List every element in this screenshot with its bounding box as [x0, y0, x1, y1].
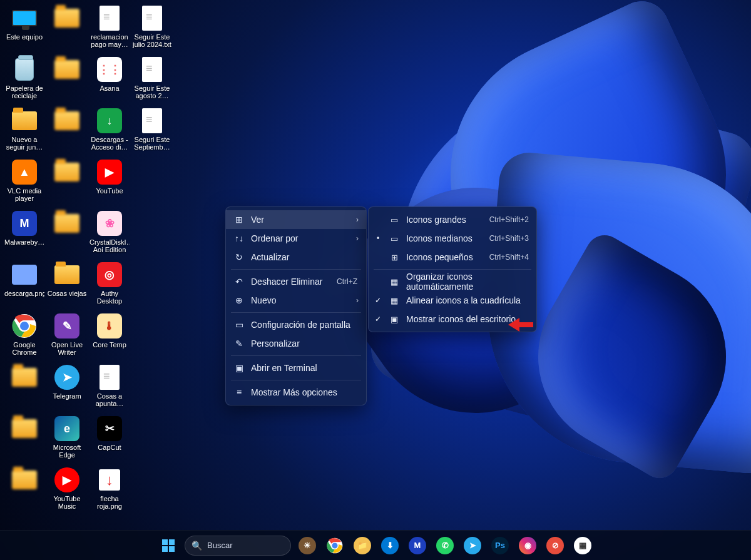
- icon-label: Malwareby…: [4, 238, 44, 246]
- icon-label: Open Live Writer: [47, 341, 87, 356]
- chevron-right-icon: ›: [356, 234, 359, 243]
- chrome-icon: [327, 537, 343, 554]
- desktop-icon-asana[interactable]: ⋮⋮Asana: [89, 55, 130, 105]
- icon-label: YouTube Music: [47, 495, 87, 510]
- chevron-right-icon: ›: [356, 296, 359, 305]
- icon-label: CapCut: [98, 444, 121, 451]
- submenu-item-iconos-grandes[interactable]: ▭Iconos grandesCtrl+Shift+2: [369, 210, 536, 229]
- taskbar-app-store[interactable]: ⬇: [377, 533, 402, 558]
- desktop-icon-descargas[interactable]: ↓Descargas - Acceso di…: [89, 106, 130, 156]
- desktop-icon[interactable]: [46, 209, 88, 259]
- icon-label: VLC media player: [4, 187, 44, 202]
- icon-label: Descargas - Acceso di…: [89, 136, 130, 151]
- desktop-icon-edge[interactable]: eMicrosoft Edge: [46, 414, 88, 464]
- config-pantalla-icon: ▭: [233, 320, 245, 330]
- menu-item-ver[interactable]: ⊞Ver›: [226, 210, 366, 229]
- desktop-icon-core-temp[interactable]: 🌡Core Temp: [89, 312, 130, 362]
- taskbar-app-unknown[interactable]: ▦: [570, 533, 595, 558]
- taskbar-app-telegram[interactable]: ➤: [460, 533, 485, 558]
- menu-item-mas-opciones[interactable]: ≡Mostrar Más opciones: [226, 383, 366, 402]
- desktop-icon-este-equipo[interactable]: Este equipo: [4, 4, 45, 54]
- mas-opciones-icon: ≡: [233, 387, 245, 397]
- desktop-icon-reclamacion-pago[interactable]: reclamacion pago may…: [89, 4, 130, 54]
- desktop-icon-telegram[interactable]: ➤Telegram: [46, 363, 88, 413]
- taskbar-app-explorer[interactable]: 📁: [350, 533, 375, 558]
- desktop-icon-papelera[interactable]: Papelera de reciclaje: [4, 55, 45, 105]
- submenu-item-iconos-medianos[interactable]: •▭Iconos medianosCtrl+Shift+3: [369, 229, 536, 248]
- taskbar-search[interactable]: 🔍 Buscar: [185, 536, 291, 556]
- desktop-icon[interactable]: [4, 414, 45, 464]
- icon-label: Google Chrome: [4, 341, 44, 356]
- icon-label: flecha roja.png: [89, 495, 130, 510]
- desktop-icon[interactable]: [46, 4, 88, 54]
- desktop-icon[interactable]: [4, 466, 45, 516]
- taskbar-app-malwarebytes[interactable]: M: [405, 533, 430, 558]
- desktop-icon[interactable]: [46, 106, 88, 156]
- desktop-icon-seguir-sept[interactable]: Seguri Este Septiemb…: [131, 106, 173, 156]
- actualizar-icon: ↻: [233, 252, 245, 262]
- desktop-icon-vlc[interactable]: ▲VLC media player: [4, 158, 45, 208]
- weather-icon: ☀: [299, 537, 316, 554]
- iconos-pequenos-icon: ⊞: [389, 253, 400, 262]
- icon-label: Asana: [100, 84, 119, 92]
- desktop-icon-malwarebytes[interactable]: MMalwareby…: [4, 209, 45, 259]
- check-indicator: ✓: [374, 296, 382, 305]
- desktop-icon-youtube[interactable]: ▶YouTube: [89, 158, 130, 208]
- organizar-auto-icon: ▦: [389, 277, 400, 287]
- taskbar-app-distraction[interactable]: ⊘: [543, 533, 568, 558]
- menu-item-deshacer[interactable]: ↶Deshacer EliminarCtrl+Z: [226, 272, 366, 291]
- desktop-icon-cosas-viejas[interactable]: Cosas viejas: [46, 260, 88, 310]
- personalizar-icon: ✎: [233, 339, 245, 349]
- iconos-medianos-icon: ▭: [389, 234, 400, 243]
- desktop-icon-capcut[interactable]: ✂CapCut: [89, 414, 130, 464]
- taskbar-app-whatsapp[interactable]: ✆: [432, 533, 457, 558]
- desktop-icon[interactable]: [4, 363, 45, 413]
- menu-item-label: Configuración de pantalla: [251, 320, 359, 330]
- ordenar-por-icon: ↑↓: [233, 233, 245, 243]
- submenu-item-organizar-auto[interactable]: ▦Organizar iconos automáticamente: [369, 272, 536, 291]
- desktop-icon-nuevo-seguir[interactable]: Nuevo a seguir jun…: [4, 106, 45, 156]
- malwarebytes-icon: M: [409, 537, 426, 554]
- desktop-icon-seguir-agosto[interactable]: Seguir Este agosto 2…: [131, 55, 173, 105]
- desktop-icon-chrome[interactable]: Google Chrome: [4, 312, 45, 362]
- desktop-icon-seguir-julio[interactable]: Seguir Este julio 2024.txt: [131, 4, 173, 54]
- desktop-icon-authy[interactable]: ◎Authy Desktop: [89, 260, 130, 310]
- desktop-icon-crystaldisk[interactable]: ❀CrystalDiskI… Aoi Edition: [89, 209, 130, 259]
- submenu-item-label: Mostrar iconos del escritorio: [406, 314, 529, 324]
- submenu-item-shortcut: Ctrl+Shift+3: [489, 234, 529, 243]
- desktop-icon-descarga-png[interactable]: descarga.png: [4, 260, 45, 310]
- icon-label: Cosas viejas: [48, 290, 86, 297]
- desktop-icon[interactable]: [46, 55, 88, 105]
- context-submenu-ver: ▭Iconos grandesCtrl+Shift+2•▭Iconos medi…: [368, 206, 537, 332]
- icon-label: CrystalDiskI… Aoi Edition: [89, 238, 130, 253]
- search-icon: 🔍: [192, 541, 202, 551]
- menu-item-abrir-terminal[interactable]: ▣Abrir en Terminal: [226, 359, 366, 377]
- menu-item-ordenar-por[interactable]: ↑↓Ordenar por›: [226, 229, 366, 248]
- taskbar-app-chrome[interactable]: [322, 533, 347, 558]
- submenu-item-shortcut: Ctrl+Shift+4: [489, 253, 529, 262]
- submenu-item-label: Alinear iconos a la cuadrícula: [406, 295, 529, 305]
- submenu-item-iconos-pequenos[interactable]: ⊞Iconos pequeñosCtrl+Shift+4: [369, 248, 536, 267]
- menu-item-actualizar[interactable]: ↻Actualizar: [226, 248, 366, 267]
- icon-label: Seguir Este julio 2024.txt: [132, 33, 172, 48]
- submenu-item-mostrar-iconos[interactable]: ✓▣Mostrar iconos del escritorio: [369, 310, 536, 328]
- windows-logo-icon: [162, 539, 175, 552]
- menu-item-nuevo[interactable]: ⊕Nuevo›: [226, 291, 366, 310]
- icon-label: descarga.png: [4, 290, 44, 297]
- abrir-terminal-icon: ▣: [233, 363, 245, 373]
- deshacer-icon: ↶: [233, 277, 245, 287]
- submenu-item-alinear-cuadricula[interactable]: ✓▦Alinear iconos a la cuadrícula: [369, 291, 536, 310]
- desktop-icon-open-live-writer[interactable]: ✎Open Live Writer: [46, 312, 88, 362]
- check-indicator: •: [374, 234, 382, 243]
- desktop-icon-flecha-roja[interactable]: ↓flecha roja.png: [89, 466, 130, 516]
- taskbar-app-instagram[interactable]: ◉: [515, 533, 540, 558]
- menu-item-personalizar[interactable]: ✎Personalizar: [226, 334, 366, 353]
- taskbar-app-photoshop[interactable]: Ps: [488, 533, 513, 558]
- menu-item-config-pantalla[interactable]: ▭Configuración de pantalla: [226, 315, 366, 334]
- desktop-icon[interactable]: [46, 158, 88, 208]
- desktop-icon-youtube-music[interactable]: ▶YouTube Music: [46, 466, 88, 516]
- start-button[interactable]: [156, 533, 181, 558]
- ver-icon: ⊞: [233, 215, 245, 225]
- desktop-icon-cosas-apuntar[interactable]: Cosas a apunta…: [89, 363, 130, 413]
- taskbar-app-weather[interactable]: ☀: [295, 533, 320, 558]
